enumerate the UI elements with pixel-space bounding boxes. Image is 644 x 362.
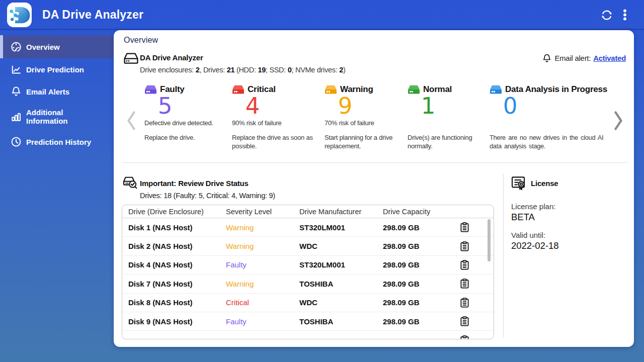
clipboard-icon[interactable]	[460, 260, 469, 270]
table-row[interactable]	[122, 331, 494, 339]
more-options-icon[interactable]	[619, 8, 633, 22]
cell-actions	[460, 316, 494, 326]
summary-subtitle: Drive enclosures: 2, Drives: 21 (HDD: 19…	[140, 66, 345, 74]
sidebar-item-overview[interactable]: Overview	[0, 35, 114, 58]
table-row[interactable]: Disk 8 (NAS Host) Critical WDC 298.09 GB	[122, 294, 494, 312]
drive-check-icon	[123, 176, 137, 190]
sidebar-item-additional-information[interactable]: Additional Information	[0, 103, 114, 131]
cell-actions	[460, 298, 494, 308]
clipboard-icon[interactable]	[460, 298, 469, 308]
cell-manufacturer: TOSHIBA	[299, 280, 383, 288]
table-row[interactable]: Disk 9 (NAS Host) Faulty TOSHIBA 298.09 …	[122, 312, 494, 331]
table-body: Disk 1 (NAS Host) Warning ST320LM001 298…	[122, 218, 494, 339]
license-icon	[511, 175, 527, 191]
sidebar-item-label: Drive Prediction	[26, 65, 84, 74]
carousel-next-icon[interactable]	[613, 111, 624, 131]
status-card-desc1: 70% risk of failure	[325, 119, 374, 127]
status-card-desc2: Replace the drive.	[144, 133, 195, 142]
cell-capacity: 298.09 GB	[383, 298, 460, 307]
sidebar-item-label: Overview	[26, 43, 60, 51]
sidebar-item-prediction-history[interactable]: Prediction History	[0, 131, 114, 153]
status-card: Critical 4 90% risk of failure Replace t…	[232, 79, 325, 155]
page-title: Overview	[124, 36, 158, 45]
cell-severity: Warning	[226, 280, 299, 288]
sidebar-item-label: Additional Information	[26, 108, 82, 125]
refresh-icon[interactable]	[600, 8, 614, 22]
sidebar-item-label: Prediction History	[26, 138, 91, 146]
app-logo	[7, 3, 32, 27]
topbar: DA Drive Analyzer	[0, 0, 644, 29]
cell-severity: Faulty	[226, 260, 299, 269]
cell-drive: Disk 9 (NAS Host)	[128, 317, 226, 326]
drive-status-icon	[232, 85, 245, 95]
status-card-count: 9	[338, 95, 353, 117]
license-divider	[503, 173, 504, 338]
status-card-desc1: Defective drive detected.	[144, 119, 213, 127]
status-card-count: 4	[245, 95, 260, 117]
app-title: DA Drive Analyzer	[42, 8, 143, 22]
bar-chart-icon	[10, 111, 22, 123]
clipboard-icon[interactable]	[460, 279, 469, 289]
email-alert-link[interactable]: Activated	[593, 54, 626, 62]
cell-drive: Disk 8 (NAS Host)	[128, 298, 226, 307]
license-valid-value: 2022-02-18	[511, 240, 559, 251]
license-plan-value: BETA	[511, 212, 535, 223]
cell-manufacturer: TOSHIBA	[299, 317, 383, 326]
sidebar-item-label: Email Alerts	[26, 87, 69, 96]
status-card-count: 5	[157, 95, 173, 117]
drive-status-icon	[144, 85, 157, 95]
status-card: Normal 1 Drive(s) are functioning normal…	[408, 79, 490, 155]
bell-icon	[10, 85, 22, 98]
summary-title: DA Drive Analyzer	[140, 53, 203, 62]
status-card-desc1: 90% risk of failure	[232, 119, 282, 127]
cell-capacity: 298.09 GB	[383, 260, 460, 269]
cell-drive: Disk 1 (NAS Host)	[128, 223, 226, 232]
email-alert: Email alert: Activated	[542, 53, 626, 63]
table-row[interactable]: Disk 1 (NAS Host) Warning ST320LM001 298…	[122, 218, 494, 237]
clipboard-icon[interactable]	[460, 316, 469, 326]
license-plan-label: License plan:	[511, 202, 555, 211]
email-alert-label: Email alert:	[555, 54, 591, 62]
status-card-label: Data Analysis in Progress	[505, 84, 607, 95]
table-scrollbar[interactable]	[488, 219, 491, 261]
section-divider	[122, 162, 629, 163]
status-cards: Faulty 5 Defective drive detected. Repla…	[114, 79, 634, 155]
clipboard-icon[interactable]	[460, 335, 469, 339]
clipboard-icon[interactable]	[460, 241, 469, 251]
main-panel: Overview DA Drive Analyzer Drive enclosu…	[114, 30, 634, 347]
drive-status-icon	[408, 85, 420, 95]
cell-severity: Warning	[226, 242, 299, 250]
important-title: Important: Review Drive Status	[140, 179, 249, 188]
cell-capacity: 298.09 GB	[383, 223, 460, 232]
sidebar-item-drive-prediction[interactable]: Drive Prediction	[0, 58, 114, 80]
table-row[interactable]: Disk 7 (NAS Host) Warning TOSHIBA 298.09…	[122, 275, 494, 293]
cell-manufacturer: WDC	[299, 242, 383, 250]
clipboard-icon[interactable]	[460, 222, 469, 232]
cell-capacity: 298.09 GB	[383, 317, 460, 326]
cell-drive: Disk 4 (NAS Host)	[128, 260, 226, 269]
cell-manufacturer: WDC	[299, 298, 383, 307]
sidebar: Overview Drive Prediction Email Alerts A…	[0, 30, 114, 153]
status-card: Data Analysis in Progress 0 There are no…	[490, 79, 607, 155]
cell-manufacturer: ST320LM001	[299, 223, 383, 232]
bell-icon	[542, 53, 552, 63]
table-row[interactable]: Disk 4 (NAS Host) Faulty ST320LM001 298.…	[122, 256, 494, 275]
table-header: Drive (Drive Enclosure) Severity Level D…	[122, 205, 494, 218]
cell-severity: Faulty	[226, 317, 299, 326]
important-subtitle: Drives: 18 (Faulty: 5, Critical: 4, Warn…	[140, 192, 275, 200]
gauge-icon	[10, 41, 22, 53]
drive-status-icon	[490, 85, 502, 95]
carousel-prev-icon[interactable]	[126, 111, 137, 131]
status-card-count: 1	[421, 95, 436, 117]
status-card-desc2: Start planning for a drive replacement.	[325, 133, 401, 150]
table-row[interactable]: Disk 2 (NAS Host) Warning WDC 298.09 GB	[122, 237, 494, 255]
drive-status-icon	[325, 85, 337, 95]
sidebar-item-email-alerts[interactable]: Email Alerts	[0, 80, 114, 103]
status-card: Faulty 5 Defective drive detected. Repla…	[144, 79, 232, 155]
chart-line-icon	[10, 63, 22, 75]
cell-actions	[460, 335, 494, 339]
status-card-desc2: Replace the drive as soon as possible.	[232, 133, 323, 150]
nas-drive-icon	[124, 53, 138, 65]
cell-actions	[460, 279, 494, 289]
cell-capacity: 298.09 GB	[383, 280, 460, 288]
